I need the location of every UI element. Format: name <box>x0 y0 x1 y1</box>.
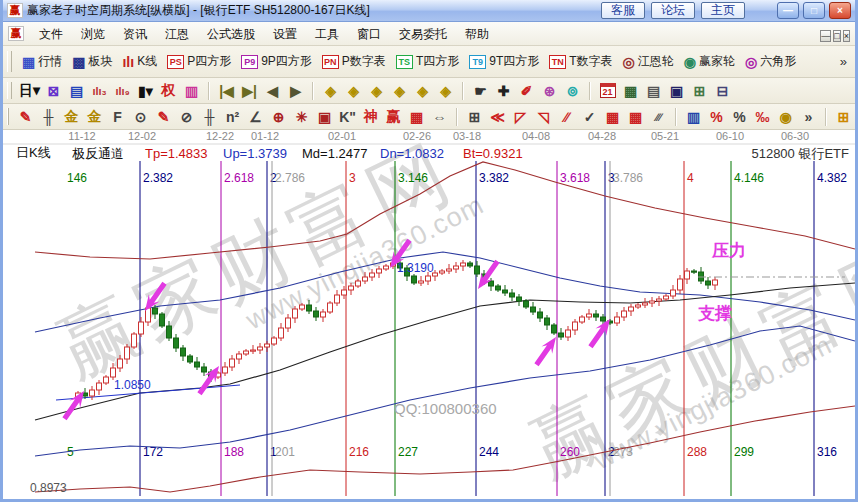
box-target-button[interactable]: ▣ <box>314 107 335 127</box>
close-button[interactable]: × <box>829 2 851 19</box>
percent-strike-button[interactable]: % <box>706 107 727 127</box>
more-1-button[interactable]: » <box>798 107 819 127</box>
ratio-bars-button[interactable]: ▥ <box>683 107 704 127</box>
ying-grid-button[interactable]: 赢 <box>383 107 404 127</box>
num-grid-button[interactable]: ▦ <box>406 107 427 127</box>
first-button[interactable]: |◀ <box>216 81 237 101</box>
menu-item-9[interactable]: 帮助 <box>456 25 498 43</box>
crosshair-tool-button[interactable]: ✚ <box>493 81 514 101</box>
toolbar1-item-4[interactable]: P99P四方形 <box>236 50 317 73</box>
flower-tool-button[interactable]: ⊛ <box>539 81 560 101</box>
toolbar1-item-2[interactable]: ılıK线 <box>117 50 162 73</box>
menu-item-0[interactable]: 文件 <box>30 25 72 43</box>
compass-button[interactable]: ⊘ <box>176 107 197 127</box>
grid-tool-2-button[interactable]: ╫ <box>199 107 220 127</box>
target-button[interactable]: ⊕ <box>268 107 289 127</box>
save-button[interactable]: ▣ <box>666 81 687 101</box>
trend-lines-button[interactable]: ∕∕ <box>556 107 577 127</box>
menu-item-7[interactable]: 窗口 <box>348 25 390 43</box>
calculator-button[interactable]: ▦ <box>620 81 641 101</box>
maximize-button[interactable]: □ <box>803 2 825 19</box>
zoom-left-button[interactable]: ◈ <box>320 81 341 101</box>
net-2-button[interactable]: ⊟ <box>712 81 733 101</box>
frame-tool-button[interactable]: ⊞ <box>464 107 485 127</box>
net-1-button[interactable]: ⊞ <box>689 81 710 101</box>
toolbar1-item-7[interactable]: T99T四方形 <box>464 50 544 73</box>
f-grid-button[interactable]: F <box>107 107 128 127</box>
bars-9-button[interactable]: ılı₉ <box>112 81 133 101</box>
parallel-lines-button[interactable]: ∕∕∕ <box>648 107 669 127</box>
menu-item-4[interactable]: 公式选股 <box>198 25 264 43</box>
period-selector-button[interactable]: 日▾ <box>18 81 41 101</box>
toolbar1-item-11[interactable]: ◎六角形 <box>740 50 801 73</box>
toolbar1-item-0[interactable]: ▦行情 <box>17 50 67 73</box>
last-button[interactable]: ▶| <box>239 81 260 101</box>
star-tool-button[interactable]: ✳ <box>291 107 312 127</box>
n-square-button[interactable]: n² <box>222 107 243 127</box>
gold-grid-1-button[interactable]: 金 <box>61 107 82 127</box>
zoom-in-button[interactable]: ◈ <box>389 81 410 101</box>
zoom-both-button[interactable]: ◈ <box>366 81 387 101</box>
toolbar1-item-1[interactable]: ▩板块 <box>67 50 117 73</box>
menu-item-2[interactable]: 资讯 <box>114 25 156 43</box>
child-close-button[interactable]: × <box>843 30 850 42</box>
toolbar1-item-9[interactable]: ◎江恩轮 <box>618 50 679 73</box>
pencil-2-button[interactable]: ✎ <box>153 107 174 127</box>
menu-item-1[interactable]: 浏览 <box>72 25 114 43</box>
grid-tool-button[interactable]: ╫ <box>38 107 59 127</box>
k-quote-button[interactable]: K" <box>337 107 358 127</box>
toolbar-overflow-chevron[interactable]: » <box>834 54 853 69</box>
line-draw-button[interactable]: ✐ <box>516 81 537 101</box>
minimize-button[interactable]: — <box>777 2 799 19</box>
gold-coin-button[interactable]: ◉ <box>775 107 796 127</box>
color-chart-button[interactable]: ▥ <box>181 81 202 101</box>
menu-item-3[interactable]: 江恩 <box>156 25 198 43</box>
hand-tool-button[interactable]: ☛ <box>470 81 491 101</box>
gann-top-label: 3 <box>349 171 356 185</box>
gold-grid-2-button[interactable]: 金 <box>84 107 105 127</box>
candle-style-button[interactable]: ▮▾ <box>135 81 156 101</box>
red-grid-1-button[interactable]: ▦ <box>602 107 623 127</box>
menu-item-5[interactable]: 设置 <box>264 25 306 43</box>
fan-box-1-button[interactable]: ◸ <box>510 107 531 127</box>
spiral-button[interactable]: ⊙ <box>130 107 151 127</box>
zoom-right-button[interactable]: ◈ <box>343 81 364 101</box>
titlebar-link-2[interactable]: 主页 <box>701 2 745 19</box>
shen-grid-button[interactable]: 神 <box>360 107 381 127</box>
toolbar1-item-3[interactable]: PSP四方形 <box>162 50 236 73</box>
toolbar1-item-10[interactable]: ◉赢家轮 <box>679 50 740 73</box>
menu-item-6[interactable]: 工具 <box>306 25 348 43</box>
titlebar-link-1[interactable]: 论坛 <box>651 2 695 19</box>
notepad-button[interactable]: ▤ <box>643 81 664 101</box>
menu-item-8[interactable]: 交易委托 <box>390 25 456 43</box>
adjust-rights-button[interactable]: 权 <box>158 81 179 101</box>
percent-button[interactable]: % <box>729 107 750 127</box>
toolbar1-item-6[interactable]: TST四方形 <box>391 50 464 73</box>
bars-3-button[interactable]: ılı₃ <box>89 81 110 101</box>
v-lines-button[interactable]: ✓ <box>579 107 600 127</box>
yellow-grid-button[interactable]: ⊞ <box>833 107 854 127</box>
red-grid-2-button[interactable]: ▦ <box>625 107 646 127</box>
toolbar1-item-5[interactable]: PNP数字表 <box>317 50 391 73</box>
fan-box-2-button[interactable]: ◹ <box>533 107 554 127</box>
kline-chart[interactable]: 赢家财富网赢家财富网www.yingjia360.comwww.yingjia3… <box>3 130 855 499</box>
chip-distribution-button[interactable]: ⊠ <box>43 81 64 101</box>
prev-button[interactable]: ◀ <box>262 81 283 101</box>
zoom-all-button[interactable]: ◈ <box>435 81 456 101</box>
candle-body <box>258 347 263 350</box>
titlebar-link-0[interactable]: 客服 <box>601 2 645 19</box>
brain-tool-button[interactable]: ⊚ <box>562 81 583 101</box>
angle-tool-button[interactable]: ∠ <box>245 107 266 127</box>
calendar-button[interactable]: 21 <box>597 81 618 101</box>
indicator-name[interactable]: 极反通道 <box>72 146 124 161</box>
permille-button[interactable]: ‰ <box>752 107 773 127</box>
zoom-star-button[interactable]: ◈ <box>412 81 433 101</box>
next-button[interactable]: ▶ <box>285 81 306 101</box>
h-measure-button[interactable]: ⇔ <box>429 107 450 127</box>
pencil-button[interactable]: ✎ <box>15 107 36 127</box>
toolbar1-item-8[interactable]: TNT数字表 <box>544 50 617 73</box>
gann-fan-button[interactable]: ≪ <box>487 107 508 127</box>
child-minimize-button[interactable]: — <box>820 30 831 42</box>
info-list-button[interactable]: ▤ <box>66 81 87 101</box>
child-restore-button[interactable]: □ <box>833 30 840 42</box>
